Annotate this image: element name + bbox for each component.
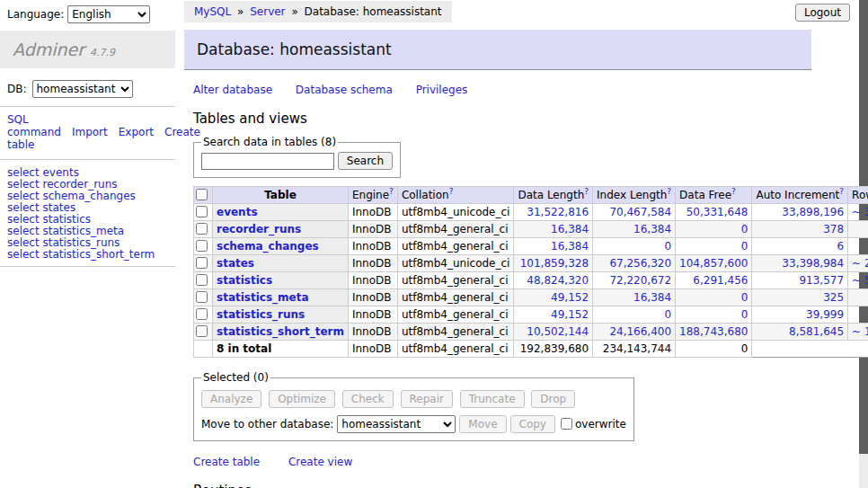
sidebar-table-statistics-short-term[interactable]: statistics_short_term xyxy=(42,248,155,261)
data-free-link[interactable]: 0 xyxy=(741,240,748,253)
data-free-link[interactable]: 6,291,456 xyxy=(693,274,748,287)
table-link-schema-changes[interactable]: schema_changes xyxy=(217,240,319,253)
index-length-link[interactable]: 16,384 xyxy=(633,223,671,235)
auto-increment-link[interactable]: 39,999 xyxy=(806,308,844,321)
index-length-link[interactable]: 16,384 xyxy=(633,291,671,304)
optimize-button[interactable]: Optimize xyxy=(269,390,335,408)
data-length-link[interactable]: 49,152 xyxy=(551,308,589,321)
language-select[interactable]: English xyxy=(67,5,150,23)
sidebar-select-statistics-meta[interactable]: select xyxy=(7,225,40,237)
sidebar-select-states[interactable]: select xyxy=(7,201,40,214)
row-checkbox-states[interactable] xyxy=(196,257,208,269)
row-checkbox-schema-changes[interactable] xyxy=(196,240,208,252)
create-view-link[interactable]: Create view xyxy=(288,456,352,468)
auto-increment-link[interactable]: 913,577 xyxy=(799,274,844,287)
sidebar-link-import[interactable]: Import xyxy=(72,126,108,138)
drop-button[interactable]: Drop xyxy=(531,390,575,408)
table-link-statistics[interactable]: statistics xyxy=(217,274,272,287)
index-length-link[interactable]: 67,256,320 xyxy=(609,257,671,270)
search-input[interactable] xyxy=(201,153,334,170)
sidebar-table-schema-changes[interactable]: schema_changes xyxy=(42,190,135,202)
index-length-link[interactable]: 72,220,672 xyxy=(609,274,671,287)
privileges-link[interactable]: Privileges xyxy=(416,84,468,96)
sidebar-select-statistics-short-term[interactable]: select xyxy=(7,248,40,261)
check-button[interactable]: Check xyxy=(342,390,394,408)
alter-database-link[interactable]: Alter database xyxy=(193,84,272,96)
sidebar-table-statistics-meta[interactable]: statistics_meta xyxy=(42,225,124,237)
data-length-link[interactable]: 16,384 xyxy=(551,240,589,253)
help-icon[interactable]: ? xyxy=(839,187,844,196)
analyze-button[interactable]: Analyze xyxy=(201,390,261,408)
data-length-link[interactable]: 101,859,328 xyxy=(520,257,589,270)
sidebar-table-statistics[interactable]: statistics xyxy=(42,213,91,226)
repair-button[interactable]: Repair xyxy=(401,390,453,408)
sidebar-link-export[interactable]: Export xyxy=(119,126,154,138)
help-icon[interactable]: ? xyxy=(389,187,394,196)
db-select[interactable]: homeassistant xyxy=(32,80,133,98)
create-table-link[interactable]: Create table xyxy=(193,456,260,468)
sidebar-table-states[interactable]: states xyxy=(42,201,75,214)
data-free-link[interactable]: 104,857,600 xyxy=(679,257,748,270)
auto-increment-link[interactable]: 378 xyxy=(823,223,844,235)
row-checkbox-events[interactable] xyxy=(196,206,208,217)
data-length-link[interactable]: 10,502,144 xyxy=(527,325,589,338)
copy-button[interactable]: Copy xyxy=(510,415,555,433)
table-link-statistics-meta[interactable]: statistics_meta xyxy=(217,291,309,304)
index-length-link[interactable]: 70,467,584 xyxy=(609,206,671,218)
auto-increment-link[interactable]: 8,581,645 xyxy=(789,325,844,338)
table-link-statistics-runs[interactable]: statistics_runs xyxy=(217,308,305,321)
data-free-link[interactable]: 0 xyxy=(741,223,748,235)
index-length-link[interactable]: 0 xyxy=(664,308,671,321)
table-link-statistics-short-term[interactable]: statistics_short_term xyxy=(217,325,344,338)
sidebar-select-statistics[interactable]: select xyxy=(7,213,40,226)
search-button[interactable]: Search xyxy=(338,152,393,170)
table-link-recorder-runs[interactable]: recorder_runs xyxy=(217,223,301,235)
index-length-link[interactable]: 24,166,400 xyxy=(609,325,671,338)
row-checkbox-statistics-runs[interactable] xyxy=(196,308,208,320)
data-free-link[interactable]: 188,743,680 xyxy=(679,325,748,338)
truncate-button[interactable]: Truncate xyxy=(460,390,525,408)
sidebar-select-schema-changes[interactable]: select xyxy=(7,190,40,202)
data-length-link[interactable]: 16,384 xyxy=(551,223,589,235)
move-database-select[interactable]: homeassistant xyxy=(337,415,456,433)
row-checkbox-statistics-meta[interactable] xyxy=(196,291,208,303)
row-checkbox-statistics-short-term[interactable] xyxy=(196,325,208,337)
help-icon[interactable]: ? xyxy=(584,187,589,196)
sidebar-table-recorder-runs[interactable]: recorder_runs xyxy=(42,178,117,191)
help-icon[interactable]: ? xyxy=(731,187,736,196)
data-free-link[interactable]: 0 xyxy=(741,291,748,304)
database-schema-link[interactable]: Database schema xyxy=(296,84,393,96)
breadcrumb-server-link[interactable]: Server xyxy=(250,5,285,18)
auto-increment-link[interactable]: 6 xyxy=(837,240,844,253)
data-free-link[interactable]: 0 xyxy=(741,308,748,321)
rows-count-link[interactable]: ~ 312,180 xyxy=(852,206,868,218)
auto-increment-link[interactable]: 33,398,984 xyxy=(782,257,844,270)
sidebar-link-sql-command[interactable]: SQL command xyxy=(7,113,61,138)
help-icon[interactable]: ? xyxy=(449,187,454,196)
sidebar-select-events[interactable]: select xyxy=(7,166,40,179)
data-free-link[interactable]: 50,331,648 xyxy=(686,206,748,218)
sidebar-select-recorder-runs[interactable]: select xyxy=(7,178,40,191)
rows-count-link[interactable]: ~ 299,833 xyxy=(852,257,868,270)
table-link-states[interactable]: states xyxy=(217,257,254,270)
rows-count-link[interactable]: ~ 136,108 xyxy=(852,325,868,338)
data-length-link[interactable]: 48,824,320 xyxy=(527,274,589,287)
row-checkbox-recorder-runs[interactable] xyxy=(196,223,208,235)
sidebar-table-events[interactable]: events xyxy=(42,166,78,179)
overwrite-checkbox[interactable] xyxy=(561,418,572,430)
help-icon[interactable]: ? xyxy=(667,187,671,196)
collation-cell: utf8mb4_general_ci xyxy=(397,324,514,341)
row-checkbox-statistics[interactable] xyxy=(196,274,208,286)
data-length-link[interactable]: 31,522,816 xyxy=(527,206,589,218)
select-all-checkbox[interactable] xyxy=(196,189,208,200)
auto-increment-link[interactable]: 325 xyxy=(823,291,844,304)
sidebar-select-statistics-runs[interactable]: select xyxy=(7,236,40,249)
move-button[interactable]: Move xyxy=(459,415,506,433)
data-length-link[interactable]: 49,152 xyxy=(551,291,589,304)
breadcrumb-mysql-link[interactable]: MySQL xyxy=(194,5,231,18)
index-length-link[interactable]: 0 xyxy=(664,240,671,253)
table-link-events[interactable]: events xyxy=(217,206,258,218)
auto-increment-link[interactable]: 33,898,196 xyxy=(782,206,844,218)
rows-count-link[interactable]: ~ 569,159 xyxy=(852,274,868,287)
sidebar-table-statistics-runs[interactable]: statistics_runs xyxy=(42,236,120,249)
